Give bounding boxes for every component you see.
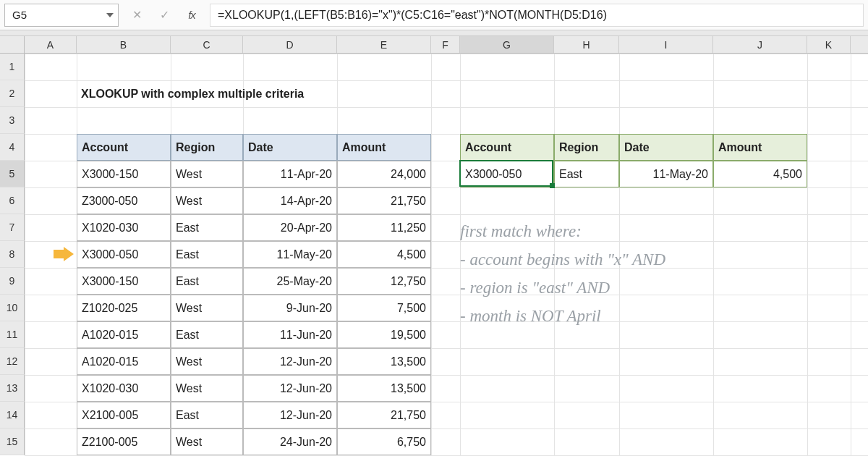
column-header[interactable]: J xyxy=(713,36,807,53)
column-header[interactable]: A xyxy=(25,36,77,53)
table-cell-account[interactable]: Z1020-025 xyxy=(77,295,171,321)
page-title[interactable]: XLOOKUP with complex multiple criteria xyxy=(77,80,438,107)
name-box-value: G5 xyxy=(12,9,27,21)
table-cell-region[interactable]: East xyxy=(171,402,243,428)
table-cell-date[interactable]: 12-Jun-20 xyxy=(243,348,337,375)
table-cell-amount[interactable]: 24,000 xyxy=(337,161,431,187)
table-cell-account[interactable]: X1020-030 xyxy=(77,375,171,402)
row-header[interactable]: 1 xyxy=(0,54,25,80)
column-header[interactable]: F xyxy=(431,36,460,53)
row-header[interactable]: 9 xyxy=(0,268,25,295)
column-header[interactable]: B xyxy=(77,36,171,53)
table-cell-amount[interactable]: 7,500 xyxy=(337,295,431,321)
table-cell-date[interactable]: 14-Apr-20 xyxy=(243,187,337,214)
column-header[interactable]: H xyxy=(554,36,619,53)
chevron-down-icon xyxy=(106,13,114,17)
table-cell-date[interactable]: 11-Apr-20 xyxy=(243,161,337,187)
table-cell-account[interactable]: X1020-030 xyxy=(77,214,171,241)
row-header[interactable]: 13 xyxy=(0,375,25,402)
table-cell-amount[interactable]: 4,500 xyxy=(337,241,431,268)
table-cell-amount[interactable]: 13,500 xyxy=(337,375,431,402)
result-cell-account[interactable]: X3000-050 xyxy=(460,161,554,187)
table-cell-account[interactable]: X3000-150 xyxy=(77,268,171,295)
result-header[interactable]: Region xyxy=(554,134,619,161)
table-cell-amount[interactable]: 21,750 xyxy=(337,402,431,428)
row-header[interactable]: 12 xyxy=(0,348,25,375)
row-header[interactable]: 7 xyxy=(0,214,25,241)
table-cell-date[interactable]: 9-Jun-20 xyxy=(243,295,337,321)
row-header[interactable]: 4 xyxy=(0,134,25,161)
note-line: - region is "east" AND xyxy=(460,274,836,302)
table-cell-account[interactable]: A1020-015 xyxy=(77,321,171,348)
ribbon-separator xyxy=(0,30,868,36)
table-cell-date[interactable]: 12-Jun-20 xyxy=(243,375,337,402)
name-box[interactable]: G5 xyxy=(4,4,119,27)
select-all-corner[interactable] xyxy=(0,36,25,54)
column-header[interactable]: G xyxy=(460,36,554,53)
column-header[interactable]: I xyxy=(619,36,713,53)
column-headers: ABCDEFGHIJK xyxy=(25,36,868,54)
table-cell-region[interactable]: West xyxy=(171,375,243,402)
table-cell-date[interactable]: 20-Apr-20 xyxy=(243,214,337,241)
column-header[interactable]: K xyxy=(807,36,851,53)
result-header[interactable]: Account xyxy=(460,134,554,161)
table-cell-region[interactable]: West xyxy=(171,161,243,187)
formula-bar: G5 ✕ ✓ fx =XLOOKUP(1,(LEFT(B5:B16)="x")*… xyxy=(0,0,868,30)
result-cell-amount[interactable]: 4,500 xyxy=(713,161,807,187)
formula-input[interactable]: =XLOOKUP(1,(LEFT(B5:B16)="x")*(C5:C16="e… xyxy=(210,4,864,27)
column-header[interactable]: E xyxy=(337,36,431,53)
row-header[interactable]: 15 xyxy=(0,428,25,455)
table-cell-date[interactable]: 12-Jun-20 xyxy=(243,402,337,428)
table-cell-amount[interactable]: 19,500 xyxy=(337,321,431,348)
table-cell-region[interactable]: West xyxy=(171,428,243,455)
annotation-notes: first match where:- account begins with … xyxy=(460,217,836,330)
table-cell-region[interactable]: West xyxy=(171,348,243,375)
table-cell-account[interactable]: X3000-050 xyxy=(77,241,171,268)
row-header[interactable]: 8 xyxy=(0,241,25,268)
table-cell-account[interactable]: X3000-150 xyxy=(77,161,171,187)
row-header[interactable]: 3 xyxy=(0,107,25,134)
table-cell-amount[interactable]: 13,500 xyxy=(337,348,431,375)
row-header[interactable]: 2 xyxy=(0,80,25,107)
row-header[interactable]: 11 xyxy=(0,321,25,348)
note-line: - account begins with "x" AND xyxy=(460,245,836,274)
table-cell-date[interactable]: 11-May-20 xyxy=(243,241,337,268)
table-cell-region[interactable]: East xyxy=(171,214,243,241)
table-cell-region[interactable]: East xyxy=(171,321,243,348)
table-header[interactable]: Date xyxy=(243,134,337,161)
cancel-icon[interactable]: ✕ xyxy=(130,8,143,22)
row-headers: 123456789101112131415 xyxy=(0,54,25,455)
formula-text: =XLOOKUP(1,(LEFT(B5:B16)="x")*(C5:C16="e… xyxy=(218,9,607,22)
row-header[interactable]: 5 xyxy=(0,161,25,187)
result-cell-region[interactable]: East xyxy=(554,161,619,187)
table-cell-amount[interactable]: 6,750 xyxy=(337,428,431,455)
table-header[interactable]: Account xyxy=(77,134,171,161)
row-header[interactable]: 10 xyxy=(0,295,25,321)
table-header[interactable]: Region xyxy=(171,134,243,161)
table-cell-date[interactable]: 11-Jun-20 xyxy=(243,321,337,348)
table-cell-date[interactable]: 25-May-20 xyxy=(243,268,337,295)
table-cell-region[interactable]: East xyxy=(171,268,243,295)
table-cell-region[interactable]: West xyxy=(171,187,243,214)
fx-icon[interactable]: fx xyxy=(185,9,198,21)
column-header[interactable]: C xyxy=(171,36,243,53)
enter-icon[interactable]: ✓ xyxy=(158,8,171,22)
table-cell-region[interactable]: East xyxy=(171,241,243,268)
table-cell-account[interactable]: Z3000-050 xyxy=(77,187,171,214)
table-cell-account[interactable]: X2100-005 xyxy=(77,402,171,428)
column-header[interactable]: D xyxy=(243,36,337,53)
table-cell-date[interactable]: 24-Jun-20 xyxy=(243,428,337,455)
row-header[interactable]: 14 xyxy=(0,402,25,428)
table-cell-account[interactable]: Z2100-005 xyxy=(77,428,171,455)
table-cell-account[interactable]: A1020-015 xyxy=(77,348,171,375)
row-header[interactable]: 6 xyxy=(0,187,25,214)
result-cell-date[interactable]: 11-May-20 xyxy=(619,161,713,187)
result-header[interactable]: Date xyxy=(619,134,713,161)
table-cell-amount[interactable]: 21,750 xyxy=(337,187,431,214)
result-header[interactable]: Amount xyxy=(713,134,807,161)
table-cell-amount[interactable]: 12,750 xyxy=(337,268,431,295)
table-header[interactable]: Amount xyxy=(337,134,431,161)
table-cell-region[interactable]: West xyxy=(171,295,243,321)
note-heading: first match where: xyxy=(460,217,836,245)
table-cell-amount[interactable]: 11,250 xyxy=(337,214,431,241)
